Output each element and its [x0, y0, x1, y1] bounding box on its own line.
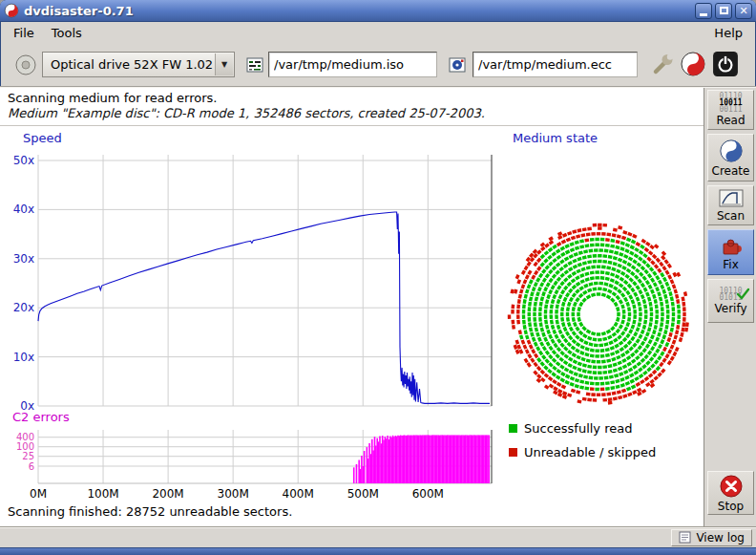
image-file-icon	[245, 55, 264, 75]
drive-select-value: Optical drive 52X FW 1.02	[51, 57, 213, 72]
svg-text:400: 400	[16, 432, 34, 442]
speed-chart-title: Speed	[23, 131, 62, 145]
drive-select[interactable]: Optical drive 52X FW 1.02 ▼	[42, 52, 235, 77]
legend-read-label: Successfully read	[524, 421, 632, 436]
svg-text:200M: 200M	[152, 487, 183, 501]
message-separator	[0, 125, 704, 126]
svg-text:40x: 40x	[13, 203, 34, 216]
toolbar: Optical drive 52X FW 1.02 ▼	[0, 43, 756, 86]
status-message: Scanning medium for read errors.	[8, 91, 217, 105]
maximize-icon	[720, 7, 728, 14]
legend-skipped-label: Unreadable / skipped	[524, 445, 656, 459]
close-button[interactable]: ✕	[735, 3, 752, 19]
window-controls: ✕	[695, 3, 752, 19]
check-icon	[736, 287, 750, 305]
action-sidebar: 01110 10011 00111 Read Create	[704, 88, 756, 526]
main-panel: Scanning medium for read errors. Medium …	[0, 88, 704, 526]
verify-button[interactable]: 10110 01011 Verify	[707, 279, 754, 323]
read-label: Read	[716, 114, 745, 127]
svg-text:500M: 500M	[347, 487, 379, 501]
stop-button[interactable]: Stop	[707, 471, 754, 515]
create-button[interactable]: Create	[707, 134, 754, 181]
log-icon	[679, 531, 691, 544]
binary-read-icon: 01110 10011 00111	[719, 93, 742, 113]
dvdisaster-logo-icon[interactable]	[680, 51, 706, 77]
fix-label: Fix	[723, 258, 738, 271]
finished-message: Scanning finished: 28752 unreadable sect…	[8, 504, 292, 519]
create-label: Create	[712, 164, 750, 178]
ecc-file-icon	[448, 55, 467, 75]
c2-errors-title: C2 errors	[12, 410, 70, 424]
menu-tools[interactable]: Tools	[43, 24, 91, 42]
stop-label: Stop	[718, 500, 744, 513]
svg-text:6: 6	[29, 461, 34, 472]
scan-button[interactable]: Scan	[707, 185, 754, 225]
menubar: File Tools Help	[1, 22, 755, 43]
preferences-wrench-icon[interactable]	[651, 52, 676, 76]
app-window: dvdisaster-0.71 ✕ File Tools Help Optica…	[0, 0, 756, 555]
legend-skipped-swatch	[509, 448, 517, 457]
window-frame-bottom	[0, 547, 756, 555]
svg-text:30x: 30x	[13, 252, 34, 266]
statusbar: View log	[0, 526, 756, 547]
fix-button[interactable]: Fix	[707, 229, 754, 275]
svg-text:600M: 600M	[412, 487, 444, 501]
svg-text:50x: 50x	[13, 154, 34, 167]
binary-line: 00111	[719, 106, 742, 113]
scan-chart-icon	[719, 189, 744, 208]
svg-text:25: 25	[22, 451, 34, 461]
legend-read-swatch	[509, 424, 517, 433]
svg-text:0M: 0M	[30, 487, 47, 501]
legend-skipped: Unreadable / skipped	[509, 445, 656, 459]
medium-info-message: Medium "Example disc": CD-R mode 1, 3524…	[8, 106, 485, 120]
yin-yang-icon	[719, 139, 744, 163]
window-title: dvdisaster-0.71	[24, 4, 134, 18]
titlebar[interactable]: dvdisaster-0.71 ✕	[0, 0, 756, 22]
menu-file[interactable]: File	[5, 24, 43, 42]
view-log-button[interactable]: View log	[671, 529, 752, 546]
svg-text:20x: 20x	[13, 301, 34, 314]
legend-read: Successfully read	[509, 421, 632, 436]
view-log-label: View log	[696, 531, 745, 544]
maximize-button[interactable]	[715, 3, 732, 19]
svg-text:100M: 100M	[87, 487, 118, 501]
menu-help[interactable]: Help	[705, 24, 751, 42]
binary-verify-icon: 10110 01011	[719, 288, 742, 301]
minimize-icon	[700, 13, 707, 16]
quit-power-icon[interactable]	[712, 51, 739, 77]
svg-text:400M: 400M	[283, 487, 314, 501]
app-icon	[4, 3, 19, 18]
svg-text:10x: 10x	[13, 351, 34, 364]
read-button[interactable]: 01110 10011 00111 Read	[707, 90, 754, 130]
medium-state-title: Medium state	[513, 131, 598, 145]
medium-state-disc	[506, 222, 691, 407]
puzzle-piece-icon	[720, 234, 743, 257]
minimize-button[interactable]	[695, 3, 712, 19]
iso-file-input[interactable]	[268, 52, 437, 77]
svg-text:300M: 300M	[218, 487, 249, 501]
stop-icon	[719, 474, 744, 499]
scan-label: Scan	[717, 209, 745, 223]
drive-icon[interactable]	[13, 53, 38, 77]
close-icon: ✕	[739, 6, 747, 16]
chevron-down-icon: ▼	[215, 53, 233, 75]
svg-text:100: 100	[16, 441, 34, 452]
ecc-file-input[interactable]	[472, 52, 638, 77]
